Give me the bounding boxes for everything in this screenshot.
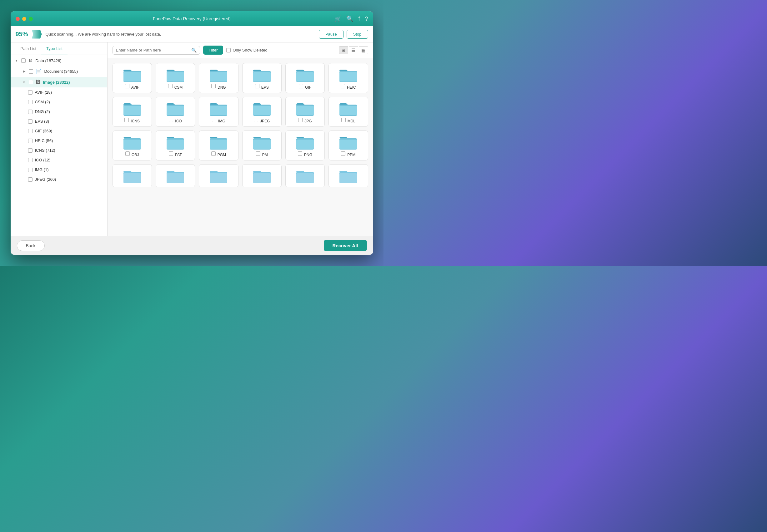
file-checkbox-ico[interactable] <box>169 118 173 122</box>
file-checkbox-obj[interactable] <box>125 151 130 156</box>
only-show-deleted-checkbox[interactable] <box>226 48 231 52</box>
file-card-pgm[interactable]: PGM <box>199 131 238 160</box>
tab-path-list[interactable]: Path List <box>16 42 42 55</box>
sidebar-item-document[interactable]: ▶ 📄 Document (34655) <box>11 66 107 77</box>
file-checkbox-avif[interactable] <box>125 84 129 88</box>
file-checkbox-img[interactable] <box>212 118 216 122</box>
file-card-ppm[interactable]: PPM <box>329 131 368 160</box>
maximize-button[interactable] <box>29 17 33 21</box>
svg-rect-23 <box>339 106 357 115</box>
file-card-pm[interactable]: PM <box>242 131 282 160</box>
back-button[interactable]: Back <box>17 240 45 251</box>
file-checkbox-csm[interactable] <box>168 84 172 88</box>
file-card-mdl[interactable]: MDL <box>329 97 368 127</box>
pause-button[interactable]: Pause <box>319 30 344 39</box>
folder-icon-mdl <box>339 102 357 116</box>
sidebar-item-dng[interactable]: DNG (2) <box>11 107 107 116</box>
sidebar-item-image[interactable]: ▾ 🖼 Image (28322) <box>11 77 107 87</box>
img-checkbox[interactable] <box>28 168 32 172</box>
file-checkbox-ppm[interactable] <box>341 151 345 156</box>
file-card-pat[interactable]: PAT <box>156 131 195 160</box>
sidebar-item-gif[interactable]: GIF (369) <box>11 126 107 136</box>
file-checkbox-mdl[interactable] <box>341 118 346 122</box>
file-checkbox-jpeg[interactable] <box>254 118 258 122</box>
filter-button[interactable]: Filter <box>203 46 224 55</box>
file-card-icns[interactable]: ICNS <box>112 97 152 127</box>
file-card-empty-21[interactable] <box>242 164 282 187</box>
facebook-icon[interactable]: f <box>358 16 360 22</box>
file-card-empty-22[interactable] <box>285 164 325 187</box>
only-show-deleted-text: Only Show Deleted <box>233 48 267 52</box>
file-checkbox-eps[interactable] <box>255 84 260 88</box>
file-checkbox-pat[interactable] <box>169 151 173 156</box>
sidebar-item-ico[interactable]: ICO (12) <box>11 155 107 165</box>
file-card-img[interactable]: IMG <box>199 97 238 127</box>
file-card-ico[interactable]: ICO <box>156 97 195 127</box>
file-card-png[interactable]: PNG <box>285 131 325 160</box>
file-card-jpeg[interactable]: JPEG <box>242 97 282 127</box>
card-footer-obj: OBJ <box>124 150 140 157</box>
file-checkbox-jpg[interactable] <box>298 118 303 122</box>
view-columns-button[interactable]: ▦ <box>359 46 368 54</box>
sidebar-item-eps[interactable]: EPS (3) <box>11 116 107 126</box>
recover-all-button[interactable]: Recover All <box>324 240 367 251</box>
csm-checkbox[interactable] <box>28 100 32 104</box>
tab-type-list[interactable]: Type List <box>41 42 67 55</box>
avif-checkbox[interactable] <box>28 90 32 95</box>
dng-checkbox[interactable] <box>28 110 32 114</box>
sidebar-item-icns[interactable]: ICNS (712) <box>11 145 107 155</box>
file-card-avif[interactable]: AVIF <box>112 63 152 93</box>
image-label: Image (28322) <box>43 80 70 85</box>
sidebar-item-csm[interactable]: CSM (2) <box>11 97 107 107</box>
card-footer-ico: ICO <box>167 116 183 123</box>
jpeg-checkbox[interactable] <box>28 177 32 182</box>
folder-icon-dng <box>210 68 227 83</box>
search-input[interactable] <box>116 48 189 52</box>
file-checkbox-pgm[interactable] <box>211 151 216 156</box>
view-grid-button[interactable]: ⊞ <box>339 46 348 54</box>
file-card-jpg[interactable]: JPG <box>285 97 325 127</box>
heic-checkbox[interactable] <box>28 139 32 143</box>
ico-checkbox[interactable] <box>28 158 32 162</box>
cart-icon[interactable]: 🛒 <box>334 15 341 22</box>
file-checkbox-png[interactable] <box>298 151 302 156</box>
close-button[interactable] <box>16 17 20 21</box>
content-toolbar: 🔍 Filter Only Show Deleted ⊞ ☰ ▦ <box>107 42 373 58</box>
minimize-button[interactable] <box>22 17 26 21</box>
file-card-empty-19[interactable] <box>156 164 195 187</box>
file-checkbox-pm[interactable] <box>256 151 260 156</box>
card-footer-mdl: MDL <box>340 116 357 123</box>
help-icon[interactable]: ? <box>365 16 368 22</box>
folder-icon-ico <box>166 102 184 116</box>
image-checkbox[interactable] <box>29 80 33 84</box>
file-card-dng[interactable]: DNG <box>199 63 238 93</box>
data-checkbox[interactable] <box>21 58 26 63</box>
file-card-eps[interactable]: EPS <box>242 63 282 93</box>
ico-label: ICO (12) <box>35 158 51 162</box>
icns-checkbox[interactable] <box>28 148 32 153</box>
file-card-empty-23[interactable] <box>329 164 368 187</box>
file-checkbox-heic[interactable] <box>341 84 345 88</box>
view-list-button[interactable]: ☰ <box>349 46 358 54</box>
gif-checkbox[interactable] <box>28 129 32 133</box>
sidebar-item-heic[interactable]: HEIC (56) <box>11 136 107 145</box>
folder-icon <box>296 170 314 184</box>
file-checkbox-icns[interactable] <box>124 118 129 122</box>
sidebar-item-jpeg[interactable]: JPEG (260) <box>11 175 107 184</box>
file-card-empty-18[interactable] <box>112 164 152 187</box>
stop-button[interactable]: Stop <box>347 30 368 39</box>
file-card-csm[interactable]: CSM <box>156 63 195 93</box>
file-card-empty-20[interactable] <box>199 164 238 187</box>
file-card-gif[interactable]: GIF <box>285 63 325 93</box>
file-card-heic[interactable]: HEIC <box>329 63 368 93</box>
file-checkbox-gif[interactable] <box>299 84 303 88</box>
document-checkbox[interactable] <box>29 69 33 74</box>
file-card-obj[interactable]: OBJ <box>112 131 152 160</box>
file-checkbox-dng[interactable] <box>211 84 216 88</box>
eps-checkbox[interactable] <box>28 119 32 124</box>
sidebar-item-data[interactable]: ▾ 🖥 Data (187426) <box>11 55 107 66</box>
search-icon[interactable]: 🔍 <box>346 15 353 22</box>
sidebar-item-img[interactable]: IMG (1) <box>11 165 107 175</box>
sidebar-item-avif[interactable]: AVIF (28) <box>11 87 107 97</box>
only-show-deleted-label[interactable]: Only Show Deleted <box>226 48 267 52</box>
